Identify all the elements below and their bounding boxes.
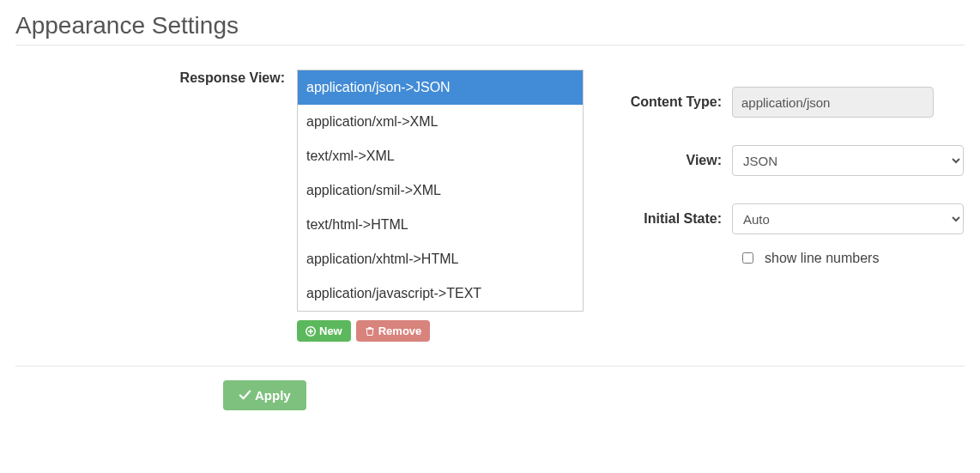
show-line-numbers-checkbox[interactable] — [742, 252, 753, 264]
initial-state-label: Initial State: — [644, 211, 722, 226]
list-item[interactable]: application/json->JSON — [298, 70, 583, 105]
page-title: Appearance Settings — [15, 12, 965, 39]
remove-button-label: Remove — [378, 325, 422, 337]
remove-button[interactable]: Remove — [356, 320, 431, 342]
divider-top — [15, 45, 965, 45]
show-line-numbers-label[interactable]: show line numbers — [765, 251, 879, 266]
list-item[interactable]: text/html->HTML — [298, 208, 583, 242]
response-view-listbox[interactable]: application/json->JSONapplication/xml->X… — [297, 70, 584, 312]
apply-button[interactable]: Apply — [223, 380, 306, 410]
check-icon — [239, 389, 251, 402]
initial-state-select[interactable]: Auto — [732, 203, 964, 234]
response-view-label: Response View: — [180, 70, 285, 85]
plus-circle-icon — [305, 326, 316, 337]
view-label: View: — [687, 153, 723, 167]
divider-bottom — [15, 366, 965, 367]
apply-button-label: Apply — [255, 389, 291, 402]
new-button[interactable]: New — [297, 320, 351, 342]
content-type-label: Content Type: — [631, 94, 722, 109]
list-item[interactable]: application/xhtml->HTML — [298, 242, 583, 276]
trash-icon — [365, 326, 375, 337]
list-item[interactable]: application/javascript->TEXT — [298, 276, 583, 311]
content-type-field[interactable] — [732, 87, 934, 118]
list-item[interactable]: application/smil->XML — [298, 173, 583, 208]
view-select[interactable]: JSON — [732, 145, 964, 176]
list-item[interactable]: text/xml->XML — [298, 139, 583, 173]
new-button-label: New — [319, 325, 342, 337]
list-item[interactable]: application/xml->XML — [298, 105, 583, 139]
